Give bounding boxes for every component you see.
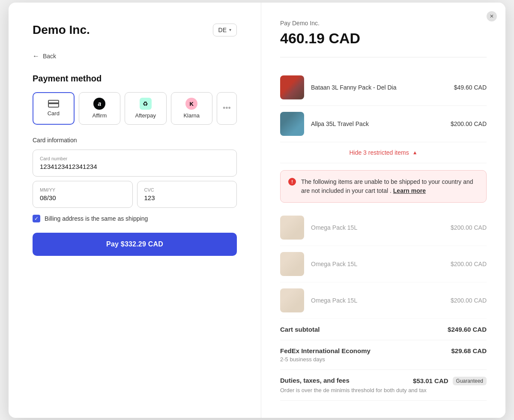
close-button[interactable]: ✕ bbox=[487, 11, 497, 21]
taxes-row: Duties, taxes, and fees $53.01 CAD Guara… bbox=[280, 370, 487, 401]
back-label: Back bbox=[43, 53, 56, 60]
pm-more-icon: ••• bbox=[223, 104, 231, 113]
item-omega3-price: $200.00 CAD bbox=[451, 297, 487, 304]
card-number-label: Card number bbox=[40, 156, 230, 161]
item-omega1-price: $200.00 CAD bbox=[451, 224, 487, 231]
payment-methods: Card a Affirm ♻ Afterpay K Klarna ••• bbox=[33, 92, 237, 125]
restricted-items-list: Omega Pack 15L $200.00 CAD Omega Pack 15… bbox=[280, 210, 487, 319]
left-panel: Demo Inc. DE ▾ ← Back Payment method Car… bbox=[9, 3, 261, 418]
expiry-value: 08/30 bbox=[40, 194, 126, 201]
cvc-label: CVC bbox=[144, 187, 230, 192]
order-item-fanny: Bataan 3L Fanny Pack - Del Dia $49.60 CA… bbox=[280, 69, 487, 106]
pm-afterpay-label: Afterpay bbox=[135, 112, 156, 119]
guaranteed-badge: Guaranteed bbox=[453, 377, 487, 385]
pm-more[interactable]: ••• bbox=[217, 92, 237, 125]
warning-icon: ! bbox=[288, 178, 296, 186]
taxes-price: $53.01 CAD bbox=[413, 377, 448, 384]
item-fanny-price: $49.60 CAD bbox=[454, 84, 487, 91]
card-info-title: Card information bbox=[33, 137, 237, 144]
back-arrow-icon: ← bbox=[33, 52, 39, 60]
taxes-right: $53.01 CAD Guaranteed bbox=[413, 377, 487, 385]
pm-klarna[interactable]: K Klarna bbox=[171, 92, 212, 125]
item-omega1-name: Omega Pack 15L bbox=[311, 224, 444, 231]
order-item-omega-3: Omega Pack 15L $200.00 CAD bbox=[280, 282, 487, 319]
cart-subtotal-label: Cart subtotal bbox=[280, 326, 320, 333]
klarna-icon: K bbox=[185, 98, 197, 110]
shipping-price: $29.68 CAD bbox=[451, 347, 487, 354]
order-item-omega-2: Omega Pack 15L $200.00 CAD bbox=[280, 246, 487, 282]
item-omega1-image bbox=[280, 216, 304, 240]
pm-affirm-label: Affirm bbox=[93, 112, 107, 119]
pm-afterpay[interactable]: ♻ Afterpay bbox=[125, 92, 166, 125]
language-selector[interactable]: DE ▾ bbox=[213, 24, 237, 36]
lang-value: DE bbox=[218, 27, 227, 33]
order-item-allpa: Allpa 35L Travel Pack $200.00 CAD bbox=[280, 106, 487, 142]
item-omega3-name: Omega Pack 15L bbox=[311, 297, 444, 304]
checkbox-check-icon: ✓ bbox=[34, 216, 39, 222]
shipping-top: FedEx International Economy $29.68 CAD bbox=[280, 347, 487, 354]
chevron-down-icon: ▾ bbox=[229, 27, 231, 32]
pm-card[interactable]: Card bbox=[33, 92, 75, 125]
taxes-top: Duties, taxes, and fees $53.01 CAD Guara… bbox=[280, 377, 487, 385]
cart-subtotal-value: $249.60 CAD bbox=[448, 326, 487, 333]
card-number-value: 1234123412341234 bbox=[40, 163, 230, 170]
billing-row: ✓ Billing address is the same as shippin… bbox=[33, 215, 237, 222]
pay-button[interactable]: Pay $332.29 CAD bbox=[33, 233, 237, 256]
restricted-toggle-label: Hide 3 restricted items bbox=[349, 149, 409, 156]
pm-card-label: Card bbox=[48, 110, 60, 117]
affirm-icon: a bbox=[93, 98, 105, 110]
pay-amount: 460.19 CAD bbox=[280, 30, 487, 57]
shipping-row: FedEx International Economy $29.68 CAD 2… bbox=[280, 340, 487, 370]
card-number-field[interactable]: Card number 1234123412341234 bbox=[33, 150, 237, 177]
header-row: Demo Inc. DE ▾ bbox=[33, 23, 237, 37]
taxes-sub: Order is over the de minimis threshold f… bbox=[280, 387, 487, 393]
warning-box: ! The following items are unable to be s… bbox=[280, 170, 487, 203]
shipping-name: FedEx International Economy bbox=[280, 347, 371, 354]
card-expiry-field[interactable]: MM/YY 08/30 bbox=[33, 181, 133, 208]
item-allpa-image bbox=[280, 112, 304, 136]
billing-label: Billing address is the same as shipping bbox=[45, 215, 148, 222]
chevron-up-icon: ▲ bbox=[412, 150, 418, 156]
item-fanny-image bbox=[280, 75, 304, 99]
restricted-toggle[interactable]: Hide 3 restricted items ▲ bbox=[280, 142, 487, 163]
item-omega3-image bbox=[280, 288, 304, 312]
card-cvc-field[interactable]: CVC 123 bbox=[137, 181, 237, 208]
pm-klarna-label: Klarna bbox=[183, 112, 200, 119]
item-allpa-price: $200.00 CAD bbox=[451, 120, 487, 127]
learn-more-link[interactable]: Learn more bbox=[393, 187, 426, 194]
company-name: Demo Inc. bbox=[33, 23, 90, 37]
cart-subtotal-row: Cart subtotal $249.60 CAD bbox=[280, 319, 487, 340]
order-item-omega-1: Omega Pack 15L $200.00 CAD bbox=[280, 210, 487, 246]
billing-checkbox[interactable]: ✓ bbox=[33, 215, 40, 222]
card-expiry-cvc-row: MM/YY 08/30 CVC 123 bbox=[33, 181, 237, 208]
pm-affirm[interactable]: a Affirm bbox=[79, 92, 120, 125]
right-panel: ✕ Pay Demo Inc. 460.19 CAD Bataan 3L Fan… bbox=[261, 3, 505, 418]
pay-title: Pay Demo Inc. bbox=[280, 20, 487, 27]
payment-section-title: Payment method bbox=[33, 74, 237, 84]
warning-text: The following items are unable to be shi… bbox=[301, 177, 478, 195]
item-omega2-name: Omega Pack 15L bbox=[311, 261, 444, 267]
item-omega2-price: $200.00 CAD bbox=[451, 261, 487, 267]
card-icon bbox=[48, 100, 59, 108]
item-allpa-name: Allpa 35L Travel Pack bbox=[311, 120, 444, 127]
taxes-label: Duties, taxes, and fees bbox=[280, 377, 350, 384]
shipping-days: 2-5 business days bbox=[280, 356, 487, 363]
item-fanny-name: Bataan 3L Fanny Pack - Del Dia bbox=[311, 84, 447, 91]
cvc-value: 123 bbox=[144, 194, 230, 201]
afterpay-icon: ♻ bbox=[140, 98, 152, 110]
back-link[interactable]: ← Back bbox=[33, 52, 237, 60]
item-omega2-image bbox=[280, 252, 304, 276]
expiry-label: MM/YY bbox=[40, 187, 126, 192]
warning-message: The following items are unable to be shi… bbox=[301, 178, 473, 194]
